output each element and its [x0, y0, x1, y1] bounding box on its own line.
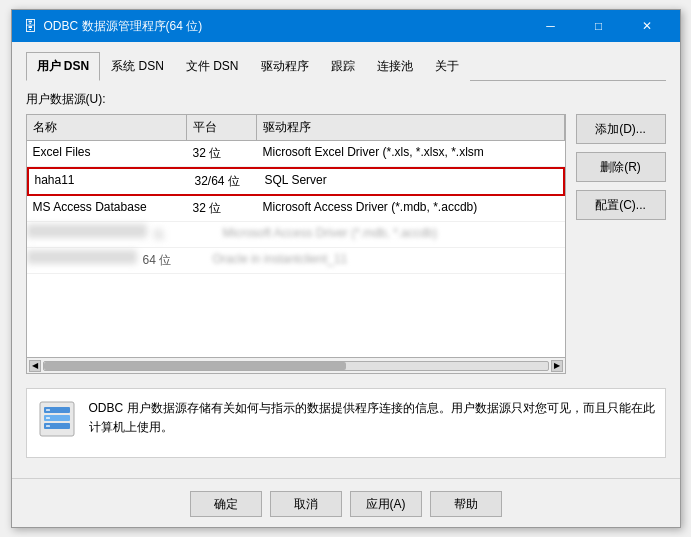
bottom-bar: 确定 取消 应用(A) 帮助	[12, 478, 680, 527]
row-name: MS Access Database	[27, 196, 187, 221]
info-text: ODBC 用户数据源存储有关如何与指示的数据提供程序连接的信息。用户数据源只对您…	[89, 399, 655, 437]
tab-file-dsn[interactable]: 文件 DSN	[175, 52, 250, 81]
help-button[interactable]: 帮助	[430, 491, 502, 517]
horizontal-scrollbar[interactable]: ◀ ▶	[27, 357, 565, 373]
row-platform: 32/64 位	[189, 169, 259, 194]
add-button[interactable]: 添加(D)...	[576, 114, 666, 144]
table-header: 名称 平台 驱动程序	[27, 115, 565, 141]
main-area: 名称 平台 驱动程序 Excel Files 32 位 Microsoft Ex…	[26, 114, 666, 374]
table-row[interactable]: 64 位 Oracle in instantclient_11	[27, 248, 565, 274]
side-buttons: 添加(D)... 删除(R) 配置(C)...	[576, 114, 666, 374]
configure-button[interactable]: 配置(C)...	[576, 190, 666, 220]
scroll-right-arrow[interactable]: ▶	[551, 360, 563, 372]
tab-about[interactable]: 关于	[424, 52, 470, 81]
title-bar: 🗄 ODBC 数据源管理程序(64 位) ─ □ ✕	[12, 10, 680, 42]
svg-rect-4	[46, 409, 50, 411]
row-platform: 32 位	[187, 141, 257, 166]
row-platform: 32 位	[187, 196, 257, 221]
table-row-selected[interactable]: haha11 32/64 位 SQL Server	[27, 167, 565, 196]
scrollbar-thumb[interactable]	[44, 362, 346, 370]
info-icon	[37, 399, 77, 439]
window-title: ODBC 数据源管理程序(64 位)	[44, 18, 203, 35]
close-button[interactable]: ✕	[624, 16, 670, 36]
tab-user-dsn[interactable]: 用户 DSN	[26, 52, 101, 81]
minimize-button[interactable]: ─	[528, 16, 574, 36]
tab-drivers[interactable]: 驱动程序	[250, 52, 320, 81]
info-box: ODBC 用户数据源存储有关如何与指示的数据提供程序连接的信息。用户数据源只对您…	[26, 388, 666, 458]
row-platform: 位	[147, 222, 217, 247]
table-row[interactable]: MS Access Database 32 位 Microsoft Access…	[27, 196, 565, 222]
app-icon: 🗄	[22, 18, 38, 34]
table-body: Excel Files 32 位 Microsoft Excel Driver …	[27, 141, 565, 357]
row-platform: 64 位	[137, 248, 207, 273]
cancel-button[interactable]: 取消	[270, 491, 342, 517]
delete-button[interactable]: 删除(R)	[576, 152, 666, 182]
row-driver: Microsoft Access Driver (*.mdb, *.accdb)	[217, 222, 565, 247]
tab-bar: 用户 DSN 系统 DSN 文件 DSN 驱动程序 跟踪 连接池 关于	[26, 52, 666, 81]
col-header-platform: 平台	[187, 115, 257, 140]
svg-rect-5	[46, 417, 50, 419]
section-label: 用户数据源(U):	[26, 91, 666, 108]
row-name: haha11	[29, 169, 189, 194]
main-window: 🗄 ODBC 数据源管理程序(64 位) ─ □ ✕ 用户 DSN 系统 DSN…	[11, 9, 681, 528]
svg-rect-6	[46, 425, 50, 427]
tab-trace[interactable]: 跟踪	[320, 52, 366, 81]
table-row[interactable]: Excel Files 32 位 Microsoft Excel Driver …	[27, 141, 565, 167]
title-bar-controls: ─ □ ✕	[528, 16, 670, 36]
tab-connection-pool[interactable]: 连接池	[366, 52, 424, 81]
row-name: Excel Files	[27, 141, 187, 166]
col-header-name: 名称	[27, 115, 187, 140]
title-bar-left: 🗄 ODBC 数据源管理程序(64 位)	[22, 18, 203, 35]
content-area: 用户 DSN 系统 DSN 文件 DSN 驱动程序 跟踪 连接池 关于 用户数据…	[12, 42, 680, 468]
row-driver: SQL Server	[259, 169, 563, 194]
datasource-table: 名称 平台 驱动程序 Excel Files 32 位 Microsoft Ex…	[26, 114, 566, 374]
maximize-button[interactable]: □	[576, 16, 622, 36]
database-icon	[38, 400, 76, 438]
scroll-left-arrow[interactable]: ◀	[29, 360, 41, 372]
apply-button[interactable]: 应用(A)	[350, 491, 422, 517]
row-driver: Microsoft Excel Driver (*.xls, *.xlsx, *…	[257, 141, 565, 166]
row-name	[27, 250, 137, 264]
row-driver: Microsoft Access Driver (*.mdb, *.accdb)	[257, 196, 565, 221]
ok-button[interactable]: 确定	[190, 491, 262, 517]
scrollbar-track[interactable]	[43, 361, 549, 371]
row-driver: Oracle in instantclient_11	[207, 248, 565, 273]
tab-system-dsn[interactable]: 系统 DSN	[100, 52, 175, 81]
col-header-driver: 驱动程序	[257, 115, 565, 140]
table-row[interactable]: 位 Microsoft Access Driver (*.mdb, *.accd…	[27, 222, 565, 248]
row-name	[27, 224, 147, 238]
